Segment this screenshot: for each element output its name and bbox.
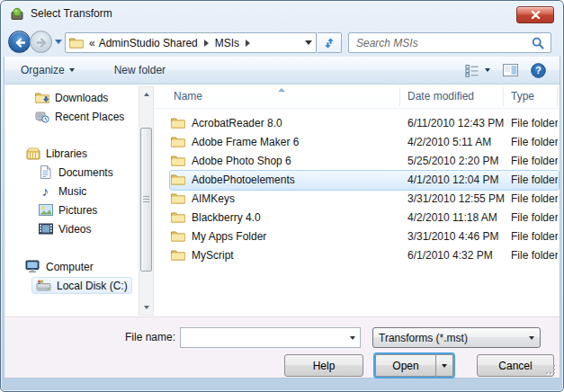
- column-header-date-modified[interactable]: Date modified: [407, 90, 474, 102]
- table-row[interactable]: Adobe Frame Maker 6 4/2/2010 5:11 AM Fil…: [170, 133, 559, 152]
- forward-arrow-icon: [34, 35, 49, 50]
- table-row[interactable]: Adobe Photo Shop 6 5/25/2010 2:20 PM Fil…: [170, 152, 559, 171]
- address-bar[interactable]: « AdminStudio Shared MSIs: [65, 32, 317, 53]
- resize-grip[interactable]: [545, 364, 555, 374]
- open-button-main[interactable]: Open: [375, 354, 435, 377]
- file-date-modified: 3/31/2010 12:55 PM: [407, 192, 505, 205]
- breadcrumb-item-adminstudio-shared[interactable]: AdminStudio Shared: [99, 37, 198, 49]
- sidebar-scrollbar[interactable]: [139, 86, 154, 316]
- file-name-label: File name:: [58, 331, 175, 343]
- column-header-type[interactable]: Type: [511, 90, 534, 102]
- file-type: File folder: [511, 136, 558, 148]
- nav-history-dropdown-icon[interactable]: [55, 40, 62, 44]
- sidebar-item-label: Downloads: [55, 92, 108, 104]
- column-divider[interactable]: [557, 87, 558, 106]
- dialog-client-area: Organize New folder: [4, 57, 560, 379]
- sidebar-item-videos[interactable]: Videos: [38, 220, 91, 237]
- file-date-modified: 4/2/2010 5:11 AM: [407, 136, 491, 148]
- sidebar-item-documents[interactable]: Documents: [38, 164, 113, 181]
- file-date-modified: 4/1/2010 12:04 PM: [407, 174, 498, 186]
- libraries-icon: [25, 147, 40, 161]
- table-row[interactable]: Blackberry 4.0 4/2/2010 11:18 AM File fo…: [170, 209, 559, 227]
- transform-icon: [10, 6, 24, 21]
- table-row[interactable]: AIMKeys 3/31/2010 12:55 PM File folder: [170, 190, 559, 209]
- document-icon: [38, 165, 53, 180]
- table-row[interactable]: My Apps Folder 3/31/2010 4:46 PM File fo…: [170, 227, 559, 246]
- file-date-modified: 5/25/2010 2:20 PM: [407, 155, 498, 167]
- sidebar-item-label: Videos: [58, 223, 91, 236]
- file-name: My Apps Folder: [192, 230, 266, 243]
- search-input[interactable]: [349, 37, 532, 49]
- search-box: [348, 32, 551, 53]
- file-name: AIMKeys: [192, 192, 235, 205]
- triangle-down-icon: [442, 364, 447, 368]
- table-row[interactable]: MyScript 6/1/2010 4:32 PM File folder: [170, 246, 559, 265]
- triangle-down-icon: [529, 336, 534, 340]
- help-button[interactable]: ?: [528, 60, 549, 81]
- close-icon: [531, 11, 541, 19]
- file-type: File folder: [511, 174, 558, 186]
- column-divider[interactable]: [503, 87, 504, 106]
- file-name: Adobe Photo Shop 6: [192, 155, 291, 167]
- file-name: Blackberry 4.0: [192, 211, 261, 224]
- column-header-name[interactable]: Name: [174, 90, 202, 102]
- chevron-down-icon: [69, 68, 75, 72]
- sidebar-item-libraries[interactable]: Libraries: [25, 145, 87, 162]
- preview-pane-button[interactable]: [500, 61, 521, 79]
- forward-button[interactable]: [30, 31, 52, 53]
- sidebar-scrollbar-thumb[interactable]: [140, 128, 152, 272]
- open-button[interactable]: Open: [373, 352, 455, 379]
- sidebar-item-label: Pictures: [58, 204, 97, 217]
- file-type: File folder: [511, 249, 558, 262]
- back-button[interactable]: [8, 31, 31, 53]
- folder-icon: [171, 117, 185, 131]
- folder-icon: [171, 230, 185, 245]
- music-note-icon: ♪: [38, 184, 53, 199]
- file-type-select[interactable]: Transforms (*.mst): [372, 327, 541, 348]
- open-dropdown-button[interactable]: [435, 354, 453, 377]
- file-date-modified: 6/1/2010 4:32 PM: [407, 249, 493, 262]
- breadcrumb-item-msis[interactable]: MSIs: [215, 37, 239, 49]
- refresh-button[interactable]: [318, 32, 342, 53]
- views-button[interactable]: [462, 61, 493, 80]
- file-name: MyScript: [192, 249, 234, 262]
- folder-icon: [171, 136, 185, 150]
- organize-button[interactable]: Organize: [13, 60, 82, 80]
- help-button-footer[interactable]: Help: [284, 354, 363, 377]
- file-name: Adobe Frame Maker 6: [192, 136, 299, 148]
- recent-places-icon: [34, 110, 49, 124]
- file-name-dropdown-button[interactable]: [345, 328, 360, 347]
- scroll-up-button[interactable]: [139, 87, 153, 102]
- file-type: File folder: [511, 230, 558, 243]
- new-folder-button[interactable]: New folder: [107, 60, 173, 80]
- sidebar-item-pictures[interactable]: Pictures: [38, 201, 97, 218]
- table-row[interactable]: AcrobatReader 8.0 6/11/2010 12:43 PM Fil…: [170, 114, 559, 133]
- scroll-down-button[interactable]: [139, 300, 153, 315]
- column-divider[interactable]: [399, 87, 400, 106]
- sidebar-item-recent-places[interactable]: Recent Places: [34, 108, 124, 125]
- views-icon: [465, 64, 481, 77]
- sidebar-item-music[interactable]: ♪ Music: [38, 183, 86, 200]
- sidebar-item-downloads[interactable]: Downloads: [34, 89, 108, 106]
- triangle-down-icon: [144, 306, 149, 309]
- table-row[interactable]: AdobePhotoelements 4/1/2010 12:04 PM Fil…: [170, 171, 559, 190]
- computer-icon: [25, 260, 40, 274]
- help-label: Help: [313, 360, 336, 372]
- breadcrumb-separator-icon[interactable]: [204, 40, 209, 47]
- cancel-button[interactable]: Cancel: [477, 354, 554, 377]
- breadcrumb-separator-icon[interactable]: [246, 40, 250, 47]
- breadcrumb-overflow[interactable]: «: [89, 37, 95, 49]
- sidebar-item-computer[interactable]: Computer: [25, 258, 94, 275]
- help-icon: ?: [531, 63, 546, 78]
- chevron-down-icon: [485, 68, 490, 72]
- sidebar-item-local-disk-c[interactable]: Local Disk (C:): [31, 277, 132, 294]
- title-bar[interactable]: Select Transform: [1, 1, 563, 27]
- file-type-value: Transforms (*.mst): [379, 332, 529, 344]
- dialog-footer: File name: Transforms (*.mst) Help Open …: [4, 316, 560, 378]
- file-name-input[interactable]: [181, 332, 345, 344]
- search-icon[interactable]: [532, 37, 544, 49]
- sidebar-item-label: Music: [58, 185, 86, 198]
- address-dropdown-icon[interactable]: [305, 40, 312, 45]
- close-button[interactable]: [516, 6, 554, 23]
- back-arrow-icon: [13, 35, 28, 50]
